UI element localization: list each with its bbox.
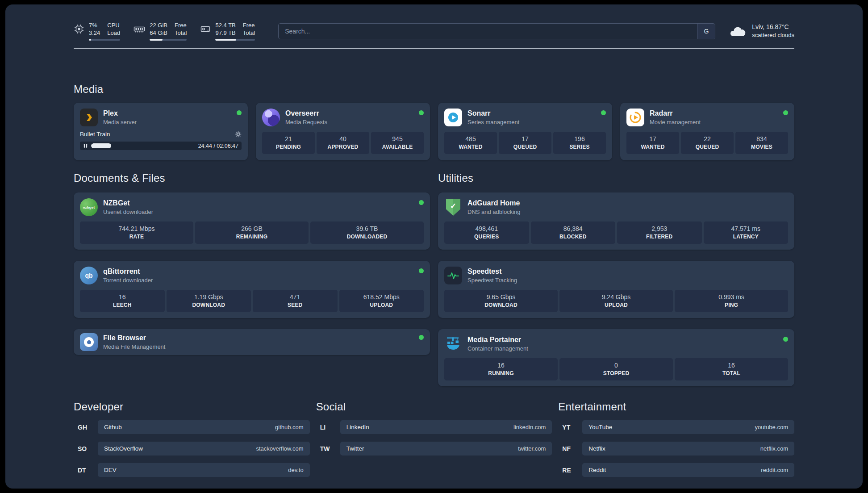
nzbget-icon: nzbget [80, 198, 98, 216]
stat-value: 22 [682, 135, 733, 143]
link-netflix[interactable]: NF Netflix netflix.com [558, 442, 794, 455]
weather-location: Lviv, 16.87°C [752, 23, 794, 31]
nzbget-card[interactable]: nzbget NZBGet Usenet downloader 744.21 M… [74, 192, 430, 250]
cpu-percent: 7% [89, 21, 100, 29]
app-name: AdGuard Home [467, 199, 521, 208]
sonarr-card[interactable]: Sonarr Series management 485 WANTED 17 Q… [438, 103, 612, 160]
stat-approved: 40 APPROVED [317, 132, 369, 154]
ram-label-1: Free [175, 21, 187, 29]
stat-available: 945 AVAILABLE [371, 132, 424, 154]
stat-label: QUEUED [500, 143, 551, 150]
pause-icon[interactable] [83, 143, 88, 148]
link-stackoverflow[interactable]: SO StackOverflow stackoverflow.com [74, 442, 310, 455]
stat-label: LEECH [81, 301, 164, 309]
section-title-developer: Developer [74, 401, 310, 413]
stat-label: WANTED [445, 143, 496, 150]
topbar-divider [74, 48, 794, 49]
ram-icon [134, 24, 145, 34]
link-dev-to[interactable]: DT DEV dev.to [74, 463, 310, 477]
app-name: File Browser [103, 334, 165, 343]
app-subtitle: Media File Management [103, 343, 165, 351]
weather-condition: scattered clouds [752, 31, 794, 39]
stat-label: RATE [81, 233, 192, 240]
status-dot-online [419, 200, 424, 205]
link-abbr: RE [558, 467, 582, 474]
stat-value: 17 [627, 135, 678, 143]
playback-progress[interactable] [91, 143, 195, 148]
stat-label: UPLOAD [340, 301, 423, 309]
cpu-load-avg: 3.24 [89, 29, 100, 37]
disk-icon [200, 24, 211, 34]
status-dot-online [419, 110, 424, 115]
stat-download: 9.65 Gbps DOWNLOAD [444, 290, 558, 312]
stat-label: RUNNING [445, 370, 557, 377]
stat-series: 196 SERIES [553, 132, 606, 154]
stat-filtered: 2,953 FILTERED [617, 221, 702, 244]
status-dot-online [419, 335, 424, 340]
filebrowser-card[interactable]: File Browser Media File Management [74, 329, 430, 355]
link-reddit[interactable]: RE Reddit reddit.com [558, 463, 794, 477]
ram-total: 64 GiB [150, 29, 167, 37]
stat-value: 47.571 ms [705, 225, 788, 233]
stat-value: 485 [445, 135, 496, 143]
link-twitter[interactable]: TW Twitter twitter.com [316, 442, 552, 455]
stat-remaining: 266 GB REMAINING [195, 221, 309, 244]
search-engine-button[interactable]: G [697, 24, 715, 39]
stat-label: AVAILABLE [372, 143, 423, 150]
qbittorrent-card[interactable]: qb qBittorrent Torrent downloader 16 [74, 261, 430, 318]
stat-value: 86,384 [532, 225, 615, 233]
stat-value: 40 [317, 135, 368, 143]
stat-label: APPROVED [317, 143, 368, 150]
stat-value: 618.52 Mbps [340, 293, 423, 301]
plex-icon [80, 109, 98, 126]
stat-queued: 22 QUEUED [681, 132, 734, 154]
stat-label: MOVIES [736, 143, 787, 150]
stat-value: 9.24 Gbps [560, 293, 672, 301]
stat-upload: 618.52 Mbps UPLOAD [339, 290, 424, 312]
dashboard: 7% 3.24 CPU Load [5, 4, 863, 489]
app-name: qBittorrent [103, 267, 153, 276]
link-domain: youtube.com [755, 424, 788, 430]
link-linkedin[interactable]: LI LinkedIn linkedin.com [316, 420, 552, 434]
stat-label: DOWNLOAD [167, 301, 250, 309]
stat-queued: 17 QUEUED [499, 132, 551, 154]
now-playing-title: Bullet Train [80, 131, 110, 138]
stat-value: 196 [554, 135, 605, 143]
plex-card[interactable]: Plex Media server Bullet Train [74, 103, 248, 160]
search-input[interactable] [279, 24, 697, 39]
link-name: Netflix [588, 445, 605, 452]
section-title-media: Media [74, 83, 794, 96]
app-name: Overseerr [285, 109, 327, 118]
adguard-card[interactable]: ✓ AdGuard Home DNS and adblocking 498,46… [438, 192, 794, 250]
app-subtitle: Media server [103, 118, 137, 126]
speedtest-pulse-icon [444, 267, 462, 284]
stat-value: 945 [372, 135, 423, 143]
stat-running: 16 RUNNING [444, 358, 558, 380]
stat-value: 16 [676, 361, 787, 369]
cpu-label-2: Load [107, 29, 120, 37]
speedtest-card[interactable]: Speedtest Speedtest Tracking 9.65 Gbps D… [438, 261, 794, 318]
stat-blocked: 86,384 BLOCKED [531, 221, 616, 244]
portainer-card[interactable]: Media Portainer Container management 16 … [438, 329, 794, 386]
link-youtube[interactable]: YT YouTube youtube.com [558, 420, 794, 434]
stat-total: 16 TOTAL [675, 358, 788, 380]
status-dot-online [237, 110, 242, 115]
stat-value: 471 [254, 293, 337, 301]
link-abbr: GH [74, 424, 98, 431]
stat-queries: 498,461 QUERIES [444, 221, 529, 244]
stat-value: 17 [500, 135, 551, 143]
link-abbr: YT [558, 424, 582, 431]
gear-icon[interactable] [235, 131, 242, 138]
weather-widget: Lviv, 16.87°C scattered clouds [729, 23, 794, 39]
stat-label: SERIES [554, 143, 605, 150]
app-name: Media Portainer [467, 335, 528, 344]
link-abbr: SO [74, 445, 98, 452]
disk-label-2: Total [243, 29, 255, 37]
cpu-icon [74, 24, 84, 34]
section-title-documents: Documents & Files [74, 172, 430, 184]
link-name: StackOverflow [104, 445, 143, 452]
link-github[interactable]: GH Github github.com [74, 420, 310, 434]
radarr-card[interactable]: Radarr Movie management 17 WANTED 22 QUE… [620, 103, 794, 160]
stat-label: STOPPED [560, 370, 672, 377]
overseerr-card[interactable]: Overseerr Media Requests 21 PENDING 40 A… [256, 103, 430, 160]
